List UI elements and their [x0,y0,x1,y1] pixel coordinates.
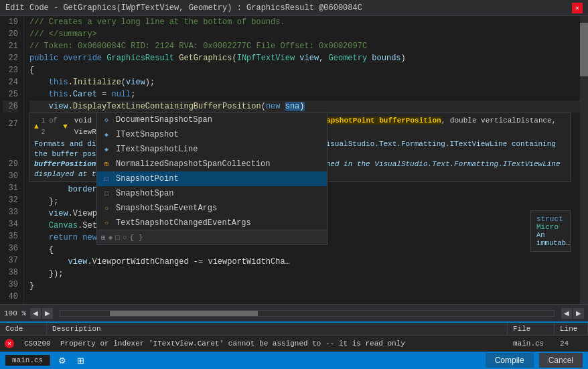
item-label: SnapshotSpan [116,189,173,198]
code-line-39: view.ViewportWidthChanged -= viewportWid… [29,256,580,268]
error-list: Code Description File Line ✕ CS0200 Prop… [0,321,588,352]
scroll-right2-button[interactable]: ▶ [573,308,584,319]
autocomplete-item-snapshotspan[interactable]: □ SnapshotSpan [97,186,327,201]
code-line-40: }); [29,268,580,280]
footer-icon-1[interactable]: ⊞ [101,233,106,242]
footer-icon-5[interactable]: { } [129,234,143,242]
tooltip-count: 1 of 2 [42,115,61,138]
line-num: 41 [3,303,18,304]
autocomplete-footer: ⊞ ◈ □ ○ { } [97,230,327,244]
close-button[interactable]: ✕ [572,3,583,13]
bottom-toolbar: 100 % ◀ ▶ ◀ ▶ [0,304,588,321]
status-bar: main.cs ⚙ ⊞ Compile Cancel [0,352,588,369]
nav-down-icon[interactable]: ▼ [63,121,68,133]
code-area: 19 20 21 22 23 24 25 26 27 29 30 31 32 3… [0,16,588,304]
footer-icon-2[interactable]: ◈ [108,233,113,242]
item-label: DocumentSnapshotSpan [116,115,212,125]
autocomplete-item-itextsnapshotline[interactable]: ◈ ITextSnapshotLine [97,142,327,157]
line-num: 30 [3,170,18,182]
editor-container: 19 20 21 22 23 24 25 26 27 29 30 31 32 3… [0,16,588,321]
line-num: 23 [3,64,18,76]
error-line: 24 [555,338,588,349]
autocomplete-popup[interactable]: ◇ DocumentSnapshotSpan ◈ ITextSnapshot ◈… [96,112,327,245]
error-file: main.cs [508,338,555,349]
code-line-25: this.Caret = null; [29,88,580,100]
autocomplete-item-documentsnapshotspan[interactable]: ◇ DocumentSnapshotSpan [97,113,327,127]
struct-icon: □ [101,173,112,184]
code-line-20: /// </summary> [29,28,580,40]
line-num: 22 [3,52,18,64]
code-line-23: { [29,64,580,76]
compile-button[interactable]: Compile [486,353,534,368]
col-header-file[interactable]: File [508,323,555,335]
col-header-code[interactable]: Code [0,323,47,335]
line-num: 25 [3,88,18,100]
code-line-26: view.DisplayTextLineContainingBufferPosi… [29,100,580,113]
nav-up-icon[interactable]: ▲ [34,121,39,133]
interface-icon: ◈ [101,144,112,155]
scroll-left2-button[interactable]: ◀ [561,308,572,319]
code-line-38: { [29,244,580,256]
line-num: 32 [3,194,18,206]
line-num: 35 [3,230,18,242]
autocomplete-item-textsnapshotchanged[interactable]: ○ TextSnapshotChangedEventArgs [97,216,327,230]
autocomplete-list: ◇ DocumentSnapshotSpan ◈ ITextSnapshot ◈… [97,113,327,230]
interface-icon: ◇ [101,115,112,125]
line-num: 34 [3,218,18,230]
struct-icon: □ [101,188,112,199]
code-lines[interactable]: /// Creates a very long line at the bott… [24,16,580,304]
struct-desc: An immutab… [536,231,565,247]
interface-icon: ⊞ [101,159,112,169]
horizontal-scrollbar[interactable] [60,310,555,317]
nav-arrows: ◀ ▶ [30,308,53,319]
error-list-header: Code Description File Line [0,323,588,336]
title-bar: Edit Code - GetGraphics(IWpfTextView, Ge… [0,0,588,16]
struct-popup: struct Micro An immutab… [530,210,571,252]
item-label: TextSnapshotChangedEventArgs [116,218,251,228]
autocomplete-item-itextsnapshot[interactable]: ◈ ITextSnapshot [97,127,327,142]
status-icon-button-1[interactable]: ⚙ [56,356,69,366]
file-tab-main[interactable]: main.cs [5,355,50,366]
autocomplete-item-normalized[interactable]: ⊞ NormalizedSnapshotSpanCollection [97,157,327,171]
footer-icon-3[interactable]: □ [115,234,120,242]
line-num: 29 [3,158,18,170]
autocomplete-item-snapshotspaneventargs[interactable]: ○ SnapshotSpanEventArgs [97,201,327,216]
status-icon-button-2[interactable]: ⊞ [74,356,87,366]
h-scrollbar-thumb[interactable] [110,311,258,316]
code-line-24: this.Initialize(view); [29,76,580,88]
code-line-41: } [29,280,580,292]
line-num: 40 [3,291,18,303]
col-header-description[interactable]: Description [47,323,508,335]
scroll-left-button[interactable]: ◀ [30,308,41,319]
line-num: 36 [3,242,18,254]
line-num: 27 [3,113,18,135]
scroll-right-button[interactable]: ▶ [42,308,53,319]
col-header-line[interactable]: Line [555,323,588,335]
scrollbar-thumb[interactable] [580,23,588,76]
code-line-21: // Token: 0x0600084C RID: 2124 RVA: 0x00… [29,40,580,52]
class-icon: ○ [101,203,112,214]
interface-icon: ◈ [101,129,112,140]
line-numbers: 19 20 21 22 23 24 25 26 27 29 30 31 32 3… [0,16,24,304]
item-label: SnapshotPoint [116,174,179,183]
item-label: NormalizedSnapshotSpanCollection [116,159,270,169]
error-circle: ✕ [5,339,14,348]
status-left: main.cs ⚙ ⊞ [5,355,87,366]
cancel-button[interactable]: Cancel [539,353,583,368]
line-num: 37 [3,254,18,267]
code-line-19: /// Creates a very long line at the bott… [29,16,580,28]
line-num: 26 [3,100,18,113]
line-num: 20 [3,28,18,40]
line-num [3,135,18,158]
autocomplete-item-snapshotpoint[interactable]: □ SnapshotPoint [97,171,327,186]
nav-arrows-right: ◀ ▶ [561,308,584,319]
item-label: ITextSnapshotLine [116,145,198,154]
code-line-22: public override GraphicsResult GetGraphi… [29,52,580,64]
vertical-scrollbar[interactable] [580,16,588,304]
line-num: 19 [3,16,18,28]
zoom-level: 100 % [4,309,26,317]
class-icon: ○ [101,218,112,228]
error-row: ✕ CS0200 Property or indexer 'ITextView.… [0,336,588,352]
footer-icon-4[interactable]: ○ [123,234,127,242]
line-num: 24 [3,76,18,88]
